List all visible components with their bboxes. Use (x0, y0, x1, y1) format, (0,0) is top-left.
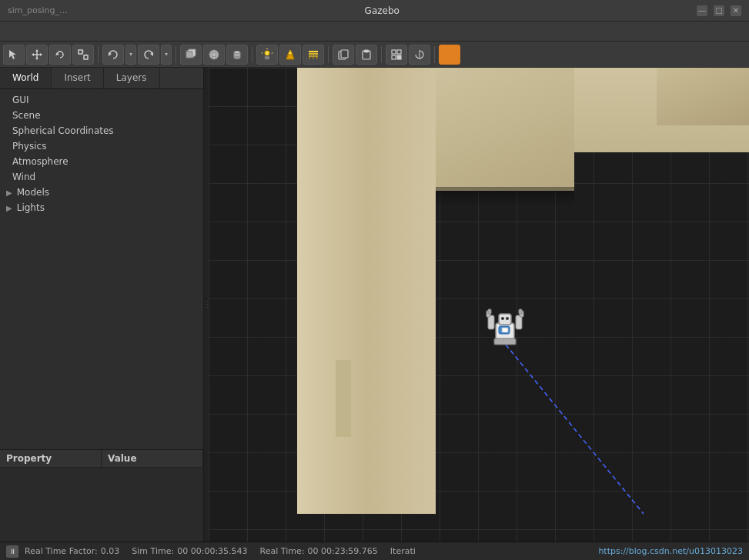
tree-item-gui[interactable]: GUI (0, 92, 203, 108)
titlebar-app-name: sim_posing_... (8, 5, 67, 15)
svg-point-19 (234, 56, 240, 58)
tree-item-scene[interactable]: Scene (0, 108, 203, 123)
svg-rect-8 (84, 55, 88, 59)
svg-point-14 (209, 50, 219, 59)
spot-light-button[interactable] (279, 45, 301, 65)
lights-arrow-icon: ▶ (6, 204, 12, 212)
real-time-item: Real Time: 00 00:23:59.765 (260, 546, 378, 556)
redo-dropdown-button[interactable]: ▾ (161, 45, 172, 65)
toolbar-separator-3 (252, 46, 252, 63)
point-light-button[interactable] (256, 45, 278, 65)
tree-item-wind-label: Wind (12, 172, 35, 182)
viewport[interactable] (209, 68, 749, 542)
iterati-label: Iterati (390, 546, 416, 556)
active-mode-button[interactable] (439, 45, 460, 65)
tree-item-atmosphere[interactable]: Atmosphere (0, 154, 203, 169)
iterati-item: Iterati (390, 546, 416, 556)
tab-insert[interactable]: Insert (52, 68, 103, 88)
sim-time-item: Sim Time: 00 00:00:35.543 (132, 546, 247, 556)
viewport-canvas (209, 68, 749, 542)
real-time-factor-item: Real Time Factor: 0.03 (25, 546, 119, 556)
scale-tool-button[interactable] (72, 45, 94, 65)
box-shape-button[interactable] (180, 45, 202, 65)
redo-button[interactable] (138, 45, 159, 65)
pause-icon: ⏸ (9, 548, 16, 555)
tree-item-models[interactable]: ▶ Models (0, 185, 203, 200)
translate-tool-button[interactable] (26, 45, 48, 65)
real-time-factor-value: 0.03 (101, 546, 120, 556)
svg-marker-6 (55, 52, 59, 55)
blog-link[interactable]: https://blog.csdn.net/u013013023 (598, 546, 743, 556)
titlebar: sim_posing_... Gazebo — □ ✕ (0, 0, 749, 22)
tabs-bar: World Insert Layers (0, 68, 203, 89)
toolbar-separator-4 (328, 46, 329, 63)
property-header: Property Value (0, 450, 203, 468)
svg-line-32 (316, 52, 317, 59)
robot-container (482, 298, 528, 358)
restore-button[interactable]: □ (714, 5, 724, 16)
svg-rect-7 (79, 50, 82, 54)
svg-rect-39 (392, 55, 396, 59)
svg-marker-5 (40, 53, 42, 56)
svg-point-20 (265, 51, 269, 55)
titlebar-controls: — □ ✕ (697, 5, 741, 16)
svg-rect-46 (494, 338, 516, 345)
tree-item-physics[interactable]: Physics (0, 138, 203, 154)
paste-button[interactable] (356, 45, 377, 65)
align-button[interactable] (409, 45, 430, 65)
svg-rect-45 (502, 328, 508, 332)
sim-time-label: Sim Time: (132, 546, 174, 556)
real-time-value: 00 00:23:59.765 (307, 546, 377, 556)
svg-point-18 (234, 51, 240, 53)
wall-far-right (657, 68, 749, 125)
directional-light-button[interactable] (303, 45, 324, 65)
minimize-button[interactable]: — (697, 5, 707, 16)
rotate-tool-button[interactable] (49, 45, 71, 65)
undo-button[interactable] (102, 45, 124, 65)
select-tool-button[interactable] (3, 45, 25, 65)
tree-item-atmosphere-label: Atmosphere (12, 156, 69, 167)
real-time-label: Real Time: (260, 546, 305, 556)
toolbar: ▾ ▾ (0, 42, 749, 68)
toolbar-separator-5 (381, 46, 382, 63)
property-col-header: Property (0, 450, 102, 467)
svg-rect-37 (392, 50, 396, 54)
toolbar-separator-1 (98, 46, 99, 63)
wall-shadow (436, 187, 574, 206)
svg-rect-52 (519, 309, 522, 314)
svg-rect-25 (265, 56, 269, 59)
tab-layers[interactable]: Layers (104, 68, 160, 88)
svg-rect-42 (445, 50, 454, 59)
svg-rect-38 (397, 50, 401, 54)
tree-item-physics-label: Physics (12, 141, 46, 152)
svg-rect-53 (499, 314, 511, 325)
svg-rect-13 (186, 52, 192, 58)
tree-item-models-label: Models (17, 187, 49, 198)
cylinder-shape-button[interactable] (226, 45, 248, 65)
models-arrow-icon: ▶ (6, 188, 12, 197)
tree-item-lights[interactable]: ▶ Lights (0, 200, 203, 215)
svg-marker-2 (35, 49, 38, 52)
wall-left-vertical (297, 68, 436, 514)
svg-rect-40 (397, 55, 401, 59)
undo-dropdown-button[interactable]: ▾ (125, 45, 136, 65)
tree-item-spherical-coordinates[interactable]: Spherical Coordinates (0, 123, 203, 138)
tree-item-wind[interactable]: Wind (0, 169, 203, 185)
copy-button[interactable] (333, 45, 354, 65)
tree-item-gui-label: GUI (12, 95, 29, 105)
sphere-shape-button[interactable] (203, 45, 225, 65)
robot-svg (482, 298, 528, 356)
svg-rect-50 (516, 315, 522, 329)
svg-marker-26 (288, 50, 293, 55)
tree-item-lights-label: Lights (17, 202, 45, 213)
snap-button[interactable] (386, 45, 407, 65)
pause-button[interactable]: ⏸ (6, 545, 18, 558)
sim-time-value: 00 00:00:35.543 (177, 546, 247, 556)
tree-item-spherical-coordinates-label: Spherical Coordinates (12, 125, 114, 136)
tab-world[interactable]: World (0, 68, 52, 88)
left-panel: World Insert Layers GUI Scene Spherical … (0, 68, 204, 542)
wall-pillar-bottom (336, 360, 351, 437)
svg-line-30 (309, 52, 311, 59)
main-layout: World Insert Layers GUI Scene Spherical … (0, 68, 749, 542)
close-button[interactable]: ✕ (731, 5, 741, 16)
